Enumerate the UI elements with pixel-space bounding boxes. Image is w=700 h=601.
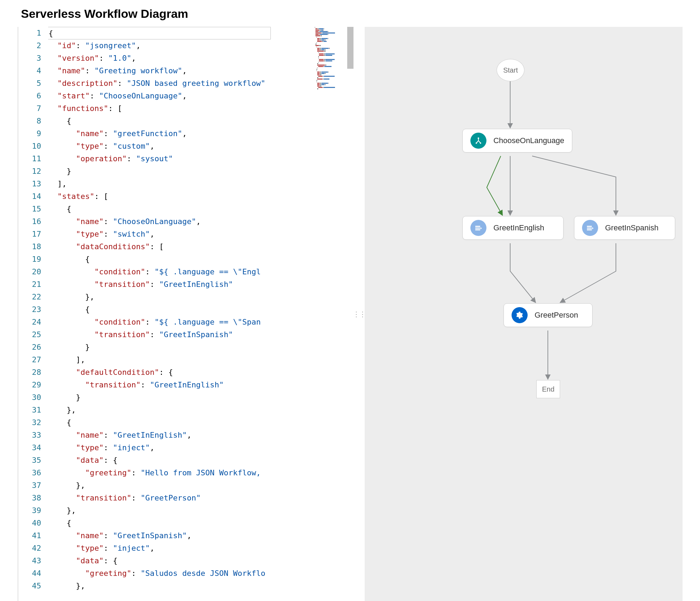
line-number: 44 xyxy=(18,567,41,580)
line-number: 9 xyxy=(18,127,41,140)
operation-icon xyxy=(512,307,528,323)
code-line[interactable]: "description": "JSON based greeting work… xyxy=(48,77,353,90)
code-line[interactable]: "states": [ xyxy=(48,190,353,203)
code-line[interactable]: "id": "jsongreet", xyxy=(48,39,353,52)
node-label: ChooseOnLanguage xyxy=(493,136,564,145)
node-greet-person[interactable]: GreetPerson xyxy=(504,303,593,327)
minimap[interactable] xyxy=(313,27,353,125)
code-line[interactable]: } xyxy=(48,341,353,354)
code-line[interactable]: "name": "GreetInEnglish", xyxy=(48,429,353,442)
code-line[interactable]: }, xyxy=(48,504,353,517)
code-line[interactable]: { xyxy=(48,115,353,127)
line-number: 14 xyxy=(18,190,41,203)
code-line[interactable]: "type": "inject", xyxy=(48,542,353,555)
line-gutter: 1234567891011121314151617181920212223242… xyxy=(18,27,48,601)
node-greet-in-spanish[interactable]: GreetInSpanish xyxy=(574,216,675,240)
pane-splitter[interactable]: ⋮⋮ xyxy=(353,27,365,601)
code-line[interactable]: ], xyxy=(48,178,353,190)
svg-rect-7 xyxy=(587,228,592,229)
minimap-scrollbar[interactable] xyxy=(347,27,353,69)
inject-icon xyxy=(470,220,486,236)
code-line[interactable]: "type": "inject", xyxy=(48,442,353,454)
code-line[interactable]: } xyxy=(48,165,353,178)
line-number: 28 xyxy=(18,366,41,379)
code-line[interactable]: "dataConditions": [ xyxy=(48,240,353,253)
code-line[interactable]: }, xyxy=(48,404,353,416)
line-number: 10 xyxy=(18,140,41,153)
line-number: 36 xyxy=(18,467,41,479)
line-number: 24 xyxy=(18,316,41,328)
node-label: GreetInEnglish xyxy=(493,223,544,232)
code-line[interactable]: "name": "GreetInSpanish", xyxy=(48,529,353,542)
code-line[interactable]: "name": "Greeting workflow", xyxy=(48,65,353,77)
code-line[interactable]: }, xyxy=(48,479,353,492)
splitter-handle-icon: ⋮⋮ xyxy=(353,310,365,318)
code-line[interactable]: }, xyxy=(48,580,353,592)
code-line[interactable]: ], xyxy=(48,354,353,366)
code-line[interactable]: "transition": "GreetInSpanish" xyxy=(48,328,353,341)
node-choose-on-language[interactable]: ChooseOnLanguage xyxy=(462,129,572,153)
line-number: 7 xyxy=(18,102,41,115)
code-line[interactable]: "type": "custom", xyxy=(48,140,353,153)
code-line[interactable]: "condition": "${ .language == \"Engl xyxy=(48,266,353,278)
node-greet-in-english[interactable]: GreetInEnglish xyxy=(462,216,564,240)
code-line[interactable]: "transition": "GreetInEnglish" xyxy=(48,278,353,291)
line-number: 12 xyxy=(18,165,41,178)
code-line[interactable]: { xyxy=(48,416,353,429)
inject-icon xyxy=(582,220,598,236)
line-number: 34 xyxy=(18,442,41,454)
code-line[interactable]: { xyxy=(48,253,353,266)
code-line[interactable]: "data": { xyxy=(48,454,353,467)
code-line[interactable]: { xyxy=(48,303,353,316)
line-number: 41 xyxy=(18,529,41,542)
line-number: 20 xyxy=(18,266,41,278)
line-number: 29 xyxy=(18,379,41,391)
code-line[interactable]: "data": { xyxy=(48,555,353,567)
page-title: Serverless Workflow Diagram xyxy=(17,7,683,21)
code-line[interactable]: { xyxy=(48,203,353,215)
svg-rect-3 xyxy=(475,226,480,227)
line-number: 15 xyxy=(18,203,41,215)
line-number: 8 xyxy=(18,115,41,127)
diagram-canvas[interactable]: Start ChooseOnLanguage xyxy=(365,27,683,601)
code-line[interactable]: "functions": [ xyxy=(48,102,353,115)
code-line[interactable]: } xyxy=(48,391,353,404)
code-line[interactable]: "transition": "GreetInEnglish" xyxy=(48,379,353,391)
code-line[interactable]: "condition": "${ .language == \"Span xyxy=(48,316,353,328)
start-node[interactable]: Start xyxy=(497,59,524,81)
code-editor[interactable]: 1234567891011121314151617181920212223242… xyxy=(18,27,353,601)
code-line[interactable]: "defaultCondition": { xyxy=(48,366,353,379)
code-line[interactable]: "greeting": "Hello from JSON Workflow, xyxy=(48,467,353,479)
code-line[interactable]: "transition": "GreetPerson" xyxy=(48,492,353,504)
code-line[interactable]: { xyxy=(48,27,271,39)
line-number: 42 xyxy=(18,542,41,555)
code-line[interactable]: "name": "greetFunction", xyxy=(48,127,353,140)
code-line[interactable]: "version": "1.0", xyxy=(48,52,353,65)
code-line[interactable]: "operation": "sysout" xyxy=(48,153,353,165)
line-number: 43 xyxy=(18,555,41,567)
svg-rect-8 xyxy=(587,229,592,230)
line-number: 37 xyxy=(18,479,41,492)
line-number: 23 xyxy=(18,303,41,316)
code-line[interactable]: "greeting": "Saludos desde JSON Workflo xyxy=(48,567,353,580)
workspace: 1234567891011121314151617181920212223242… xyxy=(17,27,683,601)
line-number: 22 xyxy=(18,291,41,303)
line-number: 13 xyxy=(18,178,41,190)
line-number: 19 xyxy=(18,253,41,266)
line-number: 38 xyxy=(18,492,41,504)
code-line[interactable]: { xyxy=(48,517,353,529)
line-number: 16 xyxy=(18,215,41,228)
code-line[interactable]: "start": "ChooseOnLanguage", xyxy=(48,90,353,102)
line-number: 30 xyxy=(18,391,41,404)
line-number: 4 xyxy=(18,65,41,77)
line-number: 18 xyxy=(18,240,41,253)
code-content[interactable]: { "id": "jsongreet", "version": "1.0", "… xyxy=(48,27,353,601)
line-number: 26 xyxy=(18,341,41,354)
code-line[interactable]: }, xyxy=(48,291,353,303)
code-line[interactable]: "name": "ChooseOnLanguage", xyxy=(48,215,353,228)
line-number: 33 xyxy=(18,429,41,442)
svg-point-2 xyxy=(480,142,481,144)
end-node[interactable]: End xyxy=(536,380,560,398)
code-line[interactable]: "type": "switch", xyxy=(48,228,353,240)
line-number: 17 xyxy=(18,228,41,240)
